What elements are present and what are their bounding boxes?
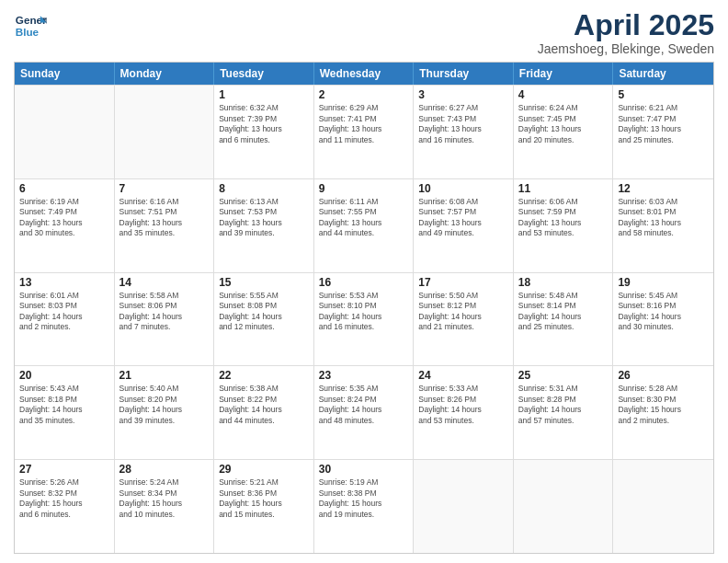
day-header-wednesday: Wednesday <box>314 63 415 85</box>
day-number: 21 <box>119 369 210 382</box>
day-cell-13: 13Sunrise: 6:01 AMSunset: 8:03 PMDayligh… <box>15 273 115 366</box>
day-cell-12: 12Sunrise: 6:03 AMSunset: 8:01 PMDayligh… <box>613 179 713 272</box>
cell-details: Sunrise: 5:24 AMSunset: 8:34 PMDaylight:… <box>119 477 210 520</box>
cell-details: Sunrise: 5:31 AMSunset: 8:28 PMDaylight:… <box>518 384 609 426</box>
day-number: 2 <box>319 88 409 101</box>
day-header-monday: Monday <box>115 63 215 85</box>
subtitle: Jaemshoeg, Blekinge, Sweden <box>538 41 714 56</box>
day-header-sunday: Sunday <box>15 63 115 85</box>
day-number: 28 <box>119 463 210 476</box>
day-cell-25: 25Sunrise: 5:31 AMSunset: 8:28 PMDayligh… <box>514 366 614 459</box>
day-cell-30: 30Sunrise: 5:19 AMSunset: 8:38 PMDayligh… <box>314 460 415 553</box>
cell-details: Sunrise: 5:19 AMSunset: 8:38 PMDaylight:… <box>319 477 409 520</box>
day-cell-15: 15Sunrise: 5:55 AMSunset: 8:08 PMDayligh… <box>214 273 314 366</box>
day-cell-21: 21Sunrise: 5:40 AMSunset: 8:20 PMDayligh… <box>115 366 215 459</box>
cell-details: Sunrise: 6:13 AMSunset: 7:53 PMDaylight:… <box>219 197 309 239</box>
day-header-friday: Friday <box>514 63 614 85</box>
cell-details: Sunrise: 5:28 AMSunset: 8:30 PMDaylight:… <box>618 384 709 426</box>
cell-details: Sunrise: 5:58 AMSunset: 8:06 PMDaylight:… <box>119 291 210 333</box>
day-cell-11: 11Sunrise: 6:06 AMSunset: 7:59 PMDayligh… <box>514 179 614 272</box>
day-cell-6: 6Sunrise: 6:19 AMSunset: 7:49 PMDaylight… <box>15 179 115 272</box>
calendar-row-4: 27Sunrise: 5:26 AMSunset: 8:32 PMDayligh… <box>15 459 713 553</box>
day-number: 11 <box>518 182 609 195</box>
day-number: 27 <box>19 463 109 476</box>
day-number: 7 <box>119 182 210 195</box>
day-number: 15 <box>219 276 309 289</box>
calendar-row-0: 1Sunrise: 6:32 AMSunset: 7:39 PMDaylight… <box>15 85 713 178</box>
cell-details: Sunrise: 6:03 AMSunset: 8:01 PMDaylight:… <box>618 197 709 239</box>
cell-details: Sunrise: 5:35 AMSunset: 8:24 PMDaylight:… <box>319 384 409 426</box>
cell-details: Sunrise: 5:53 AMSunset: 8:10 PMDaylight:… <box>319 291 409 333</box>
header: General Blue April 2025 Jaemshoeg, Bleki… <box>14 9 714 56</box>
calendar-row-1: 6Sunrise: 6:19 AMSunset: 7:49 PMDaylight… <box>15 178 713 272</box>
cell-details: Sunrise: 6:21 AMSunset: 7:47 PMDaylight:… <box>618 103 709 145</box>
day-cell-8: 8Sunrise: 6:13 AMSunset: 7:53 PMDaylight… <box>214 179 314 272</box>
empty-cell-4-5 <box>514 460 614 553</box>
day-number: 30 <box>319 463 409 476</box>
cell-details: Sunrise: 6:24 AMSunset: 7:45 PMDaylight:… <box>518 103 609 145</box>
day-cell-2: 2Sunrise: 6:29 AMSunset: 7:41 PMDaylight… <box>314 86 415 178</box>
day-cell-9: 9Sunrise: 6:11 AMSunset: 7:55 PMDaylight… <box>314 179 415 272</box>
day-number: 23 <box>319 369 409 382</box>
cell-details: Sunrise: 5:50 AMSunset: 8:12 PMDaylight:… <box>418 291 508 333</box>
day-cell-22: 22Sunrise: 5:38 AMSunset: 8:22 PMDayligh… <box>214 366 314 459</box>
day-number: 26 <box>618 369 709 382</box>
day-cell-1: 1Sunrise: 6:32 AMSunset: 7:39 PMDaylight… <box>214 86 314 178</box>
day-number: 9 <box>319 182 409 195</box>
day-cell-14: 14Sunrise: 5:58 AMSunset: 8:06 PMDayligh… <box>115 273 215 366</box>
day-cell-19: 19Sunrise: 5:45 AMSunset: 8:16 PMDayligh… <box>613 273 713 366</box>
cell-details: Sunrise: 5:45 AMSunset: 8:16 PMDaylight:… <box>618 291 709 333</box>
cell-details: Sunrise: 5:43 AMSunset: 8:18 PMDaylight:… <box>19 384 109 426</box>
svg-text:Blue: Blue <box>16 26 40 38</box>
cell-details: Sunrise: 5:40 AMSunset: 8:20 PMDaylight:… <box>119 384 210 426</box>
day-number: 14 <box>119 276 210 289</box>
empty-cell-4-4 <box>414 460 514 553</box>
cell-details: Sunrise: 6:11 AMSunset: 7:55 PMDaylight:… <box>319 197 409 239</box>
day-cell-28: 28Sunrise: 5:24 AMSunset: 8:34 PMDayligh… <box>115 460 215 553</box>
logo: General Blue <box>14 9 47 42</box>
cell-details: Sunrise: 6:16 AMSunset: 7:51 PMDaylight:… <box>119 197 210 239</box>
title-block: April 2025 Jaemshoeg, Blekinge, Sweden <box>538 9 714 56</box>
day-cell-10: 10Sunrise: 6:08 AMSunset: 7:57 PMDayligh… <box>414 179 514 272</box>
cell-details: Sunrise: 5:33 AMSunset: 8:26 PMDaylight:… <box>418 384 508 426</box>
logo-icon: General Blue <box>14 9 47 42</box>
day-cell-24: 24Sunrise: 5:33 AMSunset: 8:26 PMDayligh… <box>414 366 514 459</box>
day-number: 8 <box>219 182 309 195</box>
day-number: 6 <box>19 182 109 195</box>
cell-details: Sunrise: 5:55 AMSunset: 8:08 PMDaylight:… <box>219 291 309 333</box>
day-number: 24 <box>418 369 508 382</box>
cell-details: Sunrise: 6:08 AMSunset: 7:57 PMDaylight:… <box>418 197 508 239</box>
day-cell-18: 18Sunrise: 5:48 AMSunset: 8:14 PMDayligh… <box>514 273 614 366</box>
day-cell-27: 27Sunrise: 5:26 AMSunset: 8:32 PMDayligh… <box>15 460 115 553</box>
day-number: 5 <box>618 88 709 101</box>
day-cell-3: 3Sunrise: 6:27 AMSunset: 7:43 PMDaylight… <box>414 86 514 178</box>
day-number: 4 <box>518 88 609 101</box>
page: General Blue April 2025 Jaemshoeg, Bleki… <box>0 0 728 563</box>
day-cell-26: 26Sunrise: 5:28 AMSunset: 8:30 PMDayligh… <box>613 366 713 459</box>
day-cell-5: 5Sunrise: 6:21 AMSunset: 7:47 PMDaylight… <box>613 86 713 178</box>
day-number: 22 <box>219 369 309 382</box>
calendar-row-2: 13Sunrise: 6:01 AMSunset: 8:03 PMDayligh… <box>15 272 713 366</box>
calendar-body: 1Sunrise: 6:32 AMSunset: 7:39 PMDaylight… <box>15 85 713 553</box>
main-title: April 2025 <box>538 9 714 41</box>
day-number: 12 <box>618 182 709 195</box>
day-header-thursday: Thursday <box>414 63 514 85</box>
calendar: SundayMondayTuesdayWednesdayThursdayFrid… <box>14 62 714 554</box>
empty-cell-4-6 <box>613 460 713 553</box>
day-number: 16 <box>319 276 409 289</box>
day-number: 29 <box>219 463 309 476</box>
day-number: 20 <box>19 369 109 382</box>
calendar-row-3: 20Sunrise: 5:43 AMSunset: 8:18 PMDayligh… <box>15 365 713 459</box>
day-header-tuesday: Tuesday <box>214 63 314 85</box>
day-cell-23: 23Sunrise: 5:35 AMSunset: 8:24 PMDayligh… <box>314 366 415 459</box>
day-cell-20: 20Sunrise: 5:43 AMSunset: 8:18 PMDayligh… <box>15 366 115 459</box>
cell-details: Sunrise: 6:27 AMSunset: 7:43 PMDaylight:… <box>418 103 508 145</box>
cell-details: Sunrise: 6:29 AMSunset: 7:41 PMDaylight:… <box>319 103 409 145</box>
day-number: 10 <box>418 182 508 195</box>
day-number: 3 <box>418 88 508 101</box>
cell-details: Sunrise: 5:38 AMSunset: 8:22 PMDaylight:… <box>219 384 309 426</box>
day-number: 13 <box>19 276 109 289</box>
cell-details: Sunrise: 6:19 AMSunset: 7:49 PMDaylight:… <box>19 197 109 239</box>
cell-details: Sunrise: 5:21 AMSunset: 8:36 PMDaylight:… <box>219 477 309 520</box>
day-number: 25 <box>518 369 609 382</box>
